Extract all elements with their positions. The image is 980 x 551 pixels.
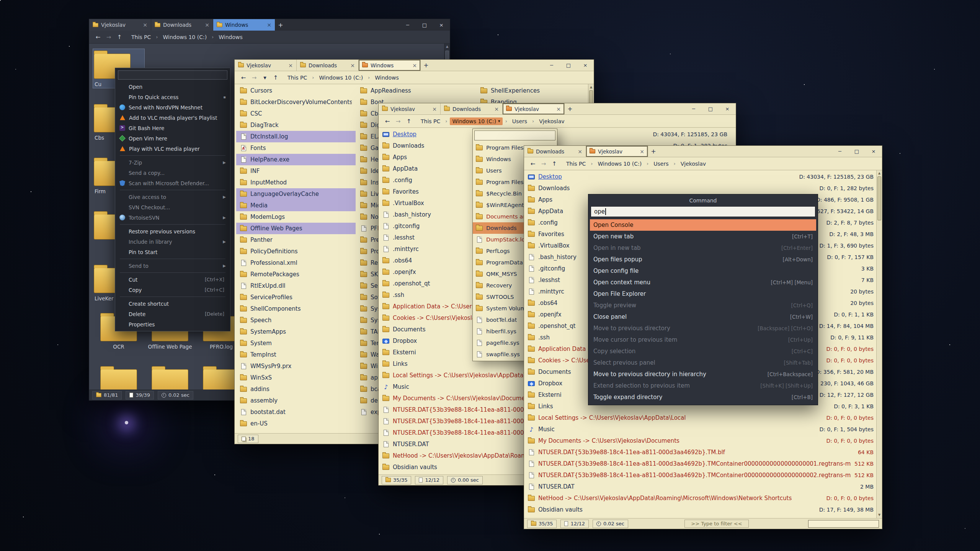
minimize-button[interactable]: ─ <box>831 146 848 157</box>
breadcrumb-item[interactable]: Windows 10 (C:)▾ <box>450 117 502 125</box>
file-row[interactable]: DiagTrack <box>236 119 356 131</box>
file-row[interactable]: NTUSER.DAT{53b39e88-18c4-11ea-a811-000d3… <box>524 458 882 469</box>
context-menu-item[interactable]: Open <box>116 82 229 92</box>
up-button[interactable]: ↑ <box>114 33 124 42</box>
context-menu-item[interactable]: Properties <box>116 319 229 329</box>
command-item[interactable]: Close panel [Ctrl+W] <box>590 311 816 323</box>
context-menu-item[interactable]: Restore previous versions <box>116 226 229 236</box>
tab[interactable]: Downloads × <box>441 103 503 114</box>
file-row[interactable]: NTUSER.DAT 2 MB <box>524 481 882 492</box>
minimize-button[interactable]: ─ <box>685 103 702 114</box>
context-menu-filter-input[interactable] <box>118 70 227 80</box>
new-tab-button[interactable]: + <box>275 19 286 31</box>
command-item[interactable]: Copy selection [Ctrl+C] <box>590 346 816 357</box>
context-menu-item[interactable]: Add to VLC media player's Playlist <box>116 112 229 123</box>
command-item[interactable]: Extend selection to previous item [Shift… <box>590 380 816 391</box>
forward-button[interactable]: → <box>249 73 259 82</box>
scroll-down-icon[interactable]: ▼ <box>877 513 882 517</box>
context-menu-item[interactable] <box>116 295 229 298</box>
tab-close-icon[interactable]: × <box>143 22 147 28</box>
context-menu-item[interactable]: SVN Checkout... <box>116 202 229 212</box>
command-item[interactable]: Toggle preview [Ctrl+Q] <box>590 300 816 311</box>
context-menu-item[interactable]: Include in library ▶ <box>116 236 229 247</box>
context-menu-item[interactable]: Play with VLC media player <box>116 143 229 154</box>
tab-close-icon[interactable]: × <box>556 106 561 112</box>
minimize-button[interactable]: ─ <box>399 19 416 31</box>
maximize-button[interactable]: □ <box>702 103 719 114</box>
file-row[interactable]: INF <box>236 165 356 177</box>
file-row[interactable]: RemotePackages <box>236 269 356 280</box>
context-menu-item[interactable]: Give access to ▶ <box>116 192 229 202</box>
file-row[interactable]: NetHood -> C:\Users\Vjekoslav\AppData\Ro… <box>524 492 882 504</box>
folder-tile[interactable] <box>144 365 196 390</box>
command-item[interactable]: Toggle expand directory [Ctrl+B] <box>590 391 816 403</box>
tab-close-icon[interactable]: × <box>640 148 644 155</box>
palette-input[interactable]: ope <box>591 206 815 217</box>
breadcrumb-item[interactable]: This PC <box>285 74 309 82</box>
file-row[interactable]: bootstat.dat <box>236 406 356 418</box>
file-row[interactable]: Desktop D: 43034, F: 125185, 23 GB <box>524 171 882 183</box>
maximize-button[interactable]: □ <box>416 19 433 31</box>
minimize-button[interactable]: ─ <box>543 60 560 71</box>
breadcrumb-item[interactable]: This PC <box>418 117 443 125</box>
tab-close-icon[interactable]: × <box>350 62 355 68</box>
tab[interactable]: Vjekoslav × <box>586 146 648 157</box>
file-row[interactable]: PolicyDefinitions <box>236 246 356 257</box>
history-dropdown-button[interactable]: ▾ <box>260 73 270 82</box>
file-row[interactable]: My Documents -> C:\Users\Vjekoslav\Docum… <box>524 435 882 447</box>
file-row[interactable]: assembly <box>236 395 356 406</box>
breadcrumb-item[interactable]: Windows 10 (C:) <box>595 160 644 168</box>
forward-button[interactable]: → <box>539 159 549 168</box>
tab-close-icon[interactable]: × <box>267 22 271 28</box>
command-item[interactable]: Open files popup [Alt+Down] <box>590 254 816 265</box>
breadcrumb-item[interactable]: Windows 10 (C:) <box>160 33 209 41</box>
breadcrumb-item[interactable]: Users <box>510 117 529 125</box>
file-row[interactable]: Professional.xml <box>236 257 356 269</box>
file-row[interactable]: Cursors <box>236 85 356 96</box>
tab[interactable]: Windows × <box>359 60 421 71</box>
file-row[interactable]: Downloads D: 0, F: 1, 282 bytes <box>524 183 882 194</box>
file-row[interactable]: TempInst <box>236 349 356 360</box>
context-menu-item[interactable]: Copy [Ctrl+C] <box>116 285 229 295</box>
file-row[interactable]: LanguageOverlayCache <box>236 188 356 200</box>
back-button[interactable]: ← <box>382 117 392 126</box>
file-row[interactable]: InputMethod <box>236 177 356 188</box>
new-tab-button[interactable]: + <box>648 146 659 157</box>
context-menu-item[interactable]: Create shortcut <box>116 298 229 309</box>
context-menu-item[interactable]: Scan with Microsoft Defender... <box>116 178 229 188</box>
tab[interactable]: Vjekoslav × <box>235 60 297 71</box>
file-row[interactable]: Panther <box>236 234 356 246</box>
file-row[interactable]: BitLockerDiscoveryVolumeContents <box>236 96 356 108</box>
close-button[interactable]: × <box>865 146 882 157</box>
context-menu-item[interactable]: Pin to Quick access ▪ <box>116 92 229 102</box>
command-item[interactable]: Select previous panel [Shift+Tab] <box>590 357 816 368</box>
scroll-up-icon[interactable]: ▲ <box>588 85 594 90</box>
context-menu-item[interactable]: Git Bash Here <box>116 123 229 133</box>
breadcrumb-item[interactable]: Windows <box>372 74 401 82</box>
file-row[interactable]: ModemLogs <box>236 211 356 223</box>
context-menu-item[interactable] <box>116 223 229 226</box>
close-button[interactable]: × <box>577 60 594 71</box>
file-row[interactable]: DtcInstall.log <box>236 131 356 142</box>
file-row[interactable]: Obsidian vaults D: 17, F: 149, 38 MB <box>524 504 882 515</box>
context-menu-item[interactable] <box>116 257 229 261</box>
file-row[interactable]: Music D: 0, F: 1, 504 bytes <box>524 424 882 435</box>
context-menu-item[interactable] <box>116 271 229 274</box>
command-item[interactable]: Open config file <box>590 265 816 277</box>
new-tab-button[interactable]: + <box>421 60 431 71</box>
file-row[interactable]: ShellComponents <box>236 303 356 315</box>
forward-button[interactable]: → <box>104 33 114 42</box>
context-menu-item[interactable]: Delete [Delete] <box>116 309 229 319</box>
tab-close-icon[interactable]: × <box>412 62 417 68</box>
command-item[interactable]: Open context menu [Ctrl+M] [Menu] <box>590 277 816 288</box>
maximize-button[interactable]: □ <box>560 60 577 71</box>
command-item[interactable]: Open File Explorer <box>590 288 816 300</box>
breadcrumb-item[interactable]: Users <box>651 160 671 168</box>
tab[interactable]: Downloads × <box>524 146 586 157</box>
breadcrumb-item[interactable]: This PC <box>564 160 588 168</box>
command-item[interactable]: Open new tab [Ctrl+T] <box>590 231 816 242</box>
file-row[interactable]: ServiceProfiles <box>236 292 356 303</box>
file-row[interactable]: NTUSER.DAT{53b39e88-18c4-11ea-a811-000d3… <box>524 447 882 458</box>
breadcrumb-item[interactable]: Vjekoslav <box>537 117 567 125</box>
back-button[interactable]: ← <box>528 159 538 168</box>
